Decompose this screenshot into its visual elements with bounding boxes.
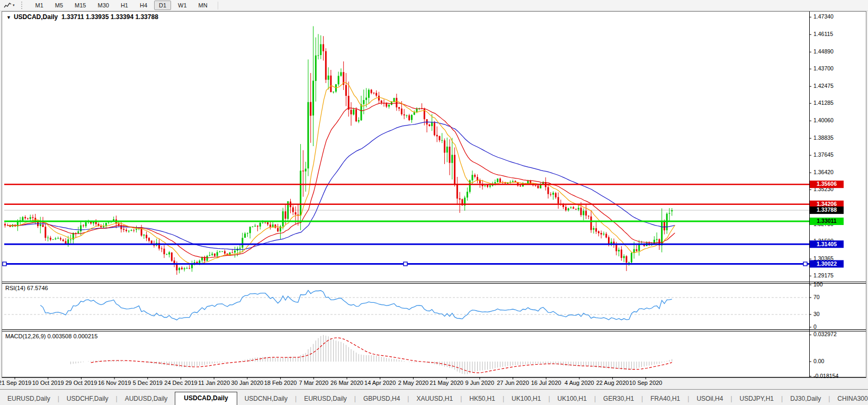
collapse-triangle-icon[interactable]: ▼ [6, 15, 11, 20]
tab-usdchf-daily[interactable]: USDCHF,Daily [59, 393, 116, 405]
x-tick-label: 11 Jan 2020 [198, 380, 230, 386]
tab-uk100-h1[interactable]: UK100,H1 [504, 393, 548, 405]
x-tick-label: 27 Jun 2020 [497, 380, 529, 386]
price-badge-label: 1.30022 [817, 260, 837, 267]
tab-fra40-h1[interactable]: FRA40,H1 [643, 393, 687, 405]
line-handle[interactable] [3, 262, 6, 266]
chart-title: ▼USDCAD,Daily 1.33711 1.33935 1.33394 1.… [6, 13, 158, 21]
tab-usdjpy-h1[interactable]: USDJPY,H1 [732, 393, 781, 405]
tab-usdcad-daily[interactable]: USDCAD,Daily [175, 392, 237, 405]
price-badge-label: 1.34206 [817, 201, 837, 207]
x-tick-label: 10 Sep 2020 [629, 380, 662, 386]
x-tick-label: 14 Apr 2020 [364, 380, 396, 386]
x-tick-label: 29 Oct 2019 [65, 380, 97, 386]
y-tick-label: 1.37645 [813, 151, 834, 158]
line-handle[interactable] [404, 262, 407, 266]
macd-tick-label: -0.018154 [813, 373, 838, 379]
tab-eurusd-daily[interactable]: EURUSD,Daily [297, 393, 354, 405]
tab-usoil-h4[interactable]: USOil,H4 [689, 393, 730, 405]
line-handle[interactable] [803, 262, 807, 266]
tab-audusd-daily[interactable]: AUDUSD,Daily [118, 393, 175, 405]
rsi-tick-label: 30 [813, 311, 820, 317]
macd-indicator-label: MACD(12,26,9) 0.003508 0.000215 [5, 333, 97, 339]
macd-tick-label: 0.00 [813, 358, 825, 364]
x-tick-label: 30 Jan 2020 [231, 380, 264, 386]
x-tick-label: 4 Aug 2020 [565, 380, 594, 386]
tab-china300-h1[interactable]: CHINA300,H1 [830, 393, 868, 405]
price-badge-label: 1.33011 [817, 218, 837, 224]
price-badge-label: 1.31405 [817, 241, 837, 247]
tab-gbpusd-h4[interactable]: GBPUSD,H4 [356, 393, 407, 405]
y-tick-label: 1.40060 [813, 117, 834, 123]
y-tick-label: 1.44890 [813, 48, 834, 55]
x-tick-label: 2 May 2020 [398, 380, 428, 386]
tab-usdcnh-daily[interactable]: USDCNH,Daily [237, 393, 295, 405]
x-tick-label: 16 Jul 2020 [531, 380, 561, 386]
tab-eurusd-daily[interactable]: EURUSD,Daily [0, 393, 58, 405]
chart-canvas[interactable]: 1.473401.461151.448901.437001.424751.412… [0, 0, 868, 405]
x-tick-label: 18 Feb 2020 [264, 380, 297, 386]
x-tick-label: 21 Sep 2019 [0, 380, 31, 386]
y-tick-label: 1.29175 [813, 272, 834, 278]
y-tick-label: 1.36420 [813, 169, 834, 175]
y-tick-label: 1.47340 [813, 13, 834, 20]
macd-tick-label: 0.032972 [813, 331, 837, 337]
x-tick-label: 22 Aug 2020 [596, 380, 629, 386]
symbol-label: USDCAD,Daily [14, 13, 58, 21]
y-tick-label: 1.38835 [813, 134, 834, 141]
rsi-tick-label: 100 [813, 281, 823, 287]
x-tick-label: 26 Mar 2020 [330, 380, 363, 386]
chart-window [2, 12, 866, 378]
price-badge-label: 1.35606 [817, 181, 837, 187]
tab-hk50-h1[interactable]: HK50,H1 [462, 393, 503, 405]
x-tick-label: 21 May 2020 [429, 380, 463, 386]
rsi-indicator-label: RSI(14) 67.5746 [5, 285, 48, 291]
chart-tab-bar: EURUSD,Daily|USDCHF,Daily|AUDUSD,DailyUS… [0, 389, 868, 405]
x-tick-label: 24 Dec 2019 [164, 380, 197, 386]
y-tick-label: 1.43700 [813, 65, 834, 71]
price-badge-label: 1.33788 [817, 206, 837, 213]
x-tick-label: 7 Mar 2020 [299, 380, 328, 386]
rsi-tick-label: 70 [813, 294, 820, 300]
rsi-tick-label: 0 [813, 323, 817, 330]
y-tick-label: 1.46115 [813, 31, 833, 37]
tab-ger30-h1[interactable]: GER30,H1 [596, 393, 641, 405]
y-tick-label: 1.42475 [813, 83, 834, 89]
ohlc-values: 1.33711 1.33935 1.33394 1.33788 [61, 13, 158, 21]
x-tick-label: 16 Nov 2019 [98, 380, 131, 386]
x-tick-label: 10 Oct 2019 [32, 380, 64, 386]
tab-xauusd-h1[interactable]: XAUUSD,H1 [409, 393, 460, 405]
x-tick-label: 5 Dec 2019 [133, 380, 163, 386]
tab-dj30-daily[interactable]: DJ30,Daily [783, 393, 828, 405]
tab-uk100-h1[interactable]: UK100,H1 [550, 393, 594, 405]
x-tick-label: 9 Jun 2020 [466, 380, 494, 386]
y-tick-label: 1.41285 [813, 100, 834, 106]
